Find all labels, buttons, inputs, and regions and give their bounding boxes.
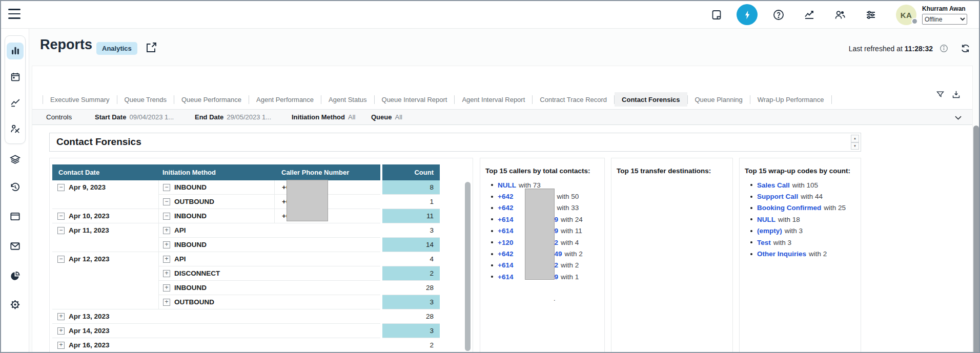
layers-icon	[9, 154, 21, 165]
bullet-icon	[491, 196, 493, 198]
tab-agent-status[interactable]: Agent Status	[321, 92, 374, 107]
expand-icon[interactable]: +	[163, 284, 170, 292]
tab-agent-performance[interactable]: Agent Performance	[249, 92, 321, 107]
agent-status-select[interactable]: Offline	[922, 14, 967, 25]
expand-icon[interactable]: +	[163, 227, 170, 234]
item-link[interactable]: Other Inquiries	[757, 250, 806, 258]
item-count-text: with 2	[809, 250, 827, 258]
table-row: +DISCONNECT2	[52, 266, 440, 281]
sidebar-item-mail[interactable]	[9, 240, 22, 252]
item-link-suffix[interactable]: 2	[554, 261, 558, 269]
control-filter-start-date[interactable]: Start Date09/04/2023 1...	[95, 113, 174, 121]
metrics-icon[interactable]	[803, 9, 815, 21]
col-header-caller-phone[interactable]: Caller Phone Number	[274, 164, 380, 180]
collapse-icon[interactable]: −	[57, 256, 65, 263]
cell-count: 2	[382, 266, 440, 281]
collapse-icon[interactable]: −	[163, 184, 170, 191]
sidebar-item-analytics[interactable]	[7, 94, 24, 111]
item-link[interactable]: (empty)	[757, 227, 782, 235]
table-header-row: Contact Date Initiation Method Caller Ph…	[52, 164, 440, 180]
sidebar-item-schedule[interactable]	[7, 68, 24, 85]
tab-agent-interval-report[interactable]: Agent Interval Report	[455, 92, 532, 107]
sidebar-item-reports[interactable]	[7, 43, 24, 59]
col-header-count[interactable]: Count	[382, 164, 440, 180]
item-link[interactable]: Sales Call	[757, 181, 790, 189]
gear-icon	[9, 299, 21, 310]
item-link-suffix[interactable]: 9	[554, 227, 558, 235]
item-link[interactable]: +120	[498, 239, 513, 246]
item-link[interactable]: +642	[498, 250, 513, 258]
tab-executive-summary[interactable]: Executive Summary	[43, 92, 117, 107]
help-icon[interactable]	[772, 9, 785, 21]
item-link[interactable]: +614	[498, 273, 513, 281]
expand-icon[interactable]: +	[57, 342, 65, 349]
item-link-suffix[interactable]: 2	[554, 239, 558, 246]
download-icon[interactable]	[951, 90, 961, 99]
col-header-initiation-method[interactable]: Initiation Method	[158, 164, 274, 180]
item-link[interactable]: Test	[757, 239, 771, 246]
control-filter-queue[interactable]: QueueAll	[371, 113, 402, 121]
cell-caller-phone	[274, 238, 380, 252]
cell-initiation-method: −INBOUND	[158, 180, 274, 195]
item-link[interactable]: Booking Confirmed	[757, 204, 821, 212]
chevron-down-icon[interactable]	[953, 113, 963, 122]
notes-icon[interactable]	[710, 9, 723, 21]
menu-hamburger-icon[interactable]	[8, 9, 21, 19]
sidebar-item-dashboards[interactable]	[9, 269, 22, 282]
sidebar-item-history[interactable]	[9, 181, 22, 193]
item-link[interactable]: +614	[498, 227, 513, 235]
tab-wrap-up-performance[interactable]: Wrap-Up Performance	[750, 92, 831, 107]
agents-icon[interactable]	[834, 9, 846, 21]
item-link[interactable]: NULL	[757, 216, 775, 223]
item-link[interactable]: +642	[498, 193, 513, 200]
expand-icon[interactable]: +	[57, 327, 65, 335]
expand-icon[interactable]: +	[163, 299, 170, 306]
control-filter-end-date[interactable]: End Date29/05/2023 1...	[195, 113, 271, 121]
settings-sliders-icon[interactable]	[865, 9, 877, 21]
info-icon[interactable]	[940, 44, 948, 53]
tab-contact-forensics[interactable]: Contact Forensics	[615, 92, 687, 107]
tab-queue-planning[interactable]: Queue Planning	[688, 92, 750, 107]
expand-icon[interactable]: +	[163, 241, 170, 248]
controls-bar: Controls Start Date09/04/2023 1...End Da…	[32, 109, 972, 125]
expand-icon[interactable]: +	[163, 256, 170, 263]
expand-icon[interactable]: +	[57, 313, 65, 320]
control-filter-initiation-method[interactable]: Initiation MethodAll	[292, 113, 355, 121]
collapse-icon[interactable]: −	[57, 184, 65, 191]
collapse-icon[interactable]: −	[163, 213, 170, 220]
quick-actions-icon[interactable]	[737, 4, 758, 25]
item-link[interactable]: Support Call	[757, 193, 798, 200]
tab-queue-trends[interactable]: Queue Trends	[117, 92, 174, 107]
sidebar-item-designer[interactable]	[7, 120, 24, 137]
page-scrollbar-thumb[interactable]	[973, 126, 979, 353]
collapse-icon[interactable]: −	[57, 227, 65, 234]
sidebar-item-workspace[interactable]	[9, 210, 22, 222]
table-scrollbar-thumb[interactable]	[465, 182, 471, 351]
cell-contact-date: −Apr 9, 2023	[52, 180, 158, 195]
sidebar-item-flows[interactable]	[9, 153, 22, 165]
tab-queue-interval-report[interactable]: Queue Interval Report	[375, 92, 455, 107]
cell-contact-date: −Apr 11, 2023	[52, 223, 158, 238]
sidebar-item-settings[interactable]	[9, 298, 22, 310]
item-link-suffix[interactable]: 9	[554, 216, 558, 223]
item-link[interactable]: +614	[498, 261, 513, 269]
tab-queue-performance[interactable]: Queue Performance	[174, 92, 249, 107]
stepper-up-icon[interactable]: ▲	[851, 135, 859, 142]
expand-icon[interactable]: +	[163, 270, 170, 277]
tab-contract-trace-record[interactable]: Contract Trace Record	[533, 92, 614, 107]
contact-date-value: Apr 13, 2023	[69, 313, 110, 320]
item-link[interactable]: +642	[498, 204, 513, 212]
item-link[interactable]: NULL	[498, 181, 516, 189]
refresh-icon[interactable]	[960, 43, 971, 54]
page-title: Reports	[40, 37, 92, 53]
external-link-icon[interactable]	[145, 41, 157, 54]
filter-icon[interactable]	[936, 90, 945, 99]
item-link-suffix[interactable]: 9	[554, 273, 558, 281]
collapse-icon[interactable]: −	[163, 198, 170, 205]
collapse-icon[interactable]: −	[57, 213, 65, 220]
cell-initiation-method	[158, 309, 274, 324]
item-link[interactable]: +614	[498, 216, 513, 223]
stepper-down-icon[interactable]: ▼	[851, 142, 859, 150]
col-header-contact-date[interactable]: Contact Date	[52, 164, 158, 180]
item-link-suffix[interactable]: 49	[554, 250, 562, 258]
